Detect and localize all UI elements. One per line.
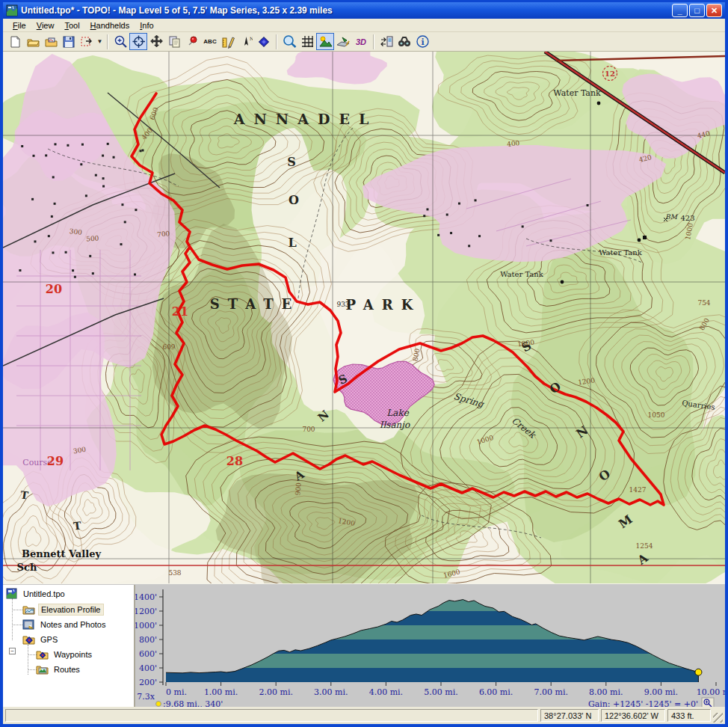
tree-item-label[interactable]: Waypoints: [52, 649, 94, 660]
map-label: 28: [226, 454, 243, 468]
svg-text:9.00 mi.: 9.00 mi.: [644, 687, 678, 697]
find-button[interactable]: [395, 33, 413, 50]
svg-text:5.00 mi.: 5.00 mi.: [424, 687, 457, 697]
pushpin-tool-button[interactable]: [183, 33, 201, 50]
compass-tool-button[interactable]: N: [237, 33, 255, 50]
map-label: 609: [162, 343, 175, 351]
tree-connector: [12, 610, 22, 610]
svg-text:i: i: [421, 37, 424, 47]
svg-text:7.00 mi.: 7.00 mi.: [534, 687, 567, 697]
close-button[interactable]: ✕: [706, 4, 722, 17]
info-button[interactable]: i: [413, 33, 431, 50]
text-tool-button[interactable]: ABC: [201, 33, 219, 50]
zoom-in-tool-button[interactable]: [111, 33, 129, 50]
open-map-button[interactable]: [42, 33, 60, 50]
svg-text:2.00 mi.: 2.00 mi.: [259, 687, 292, 697]
menu-tool[interactable]: Tool: [59, 19, 84, 31]
map-label: 12: [605, 70, 615, 78]
tree-item-label[interactable]: GPS: [38, 634, 60, 645]
topo-map-canvas[interactable]: ANNADELSOLSTATEPARKSNASONOMATTLakeIlsanj…: [3, 52, 725, 583]
svg-text:N: N: [250, 36, 253, 41]
map-label: ANNADEL: [233, 111, 378, 127]
export-view-button[interactable]: [78, 33, 96, 50]
svg-text:1.00 mi.: 1.00 mi.: [204, 687, 238, 697]
terrain-shading-tool-button[interactable]: [316, 33, 334, 50]
map-label: Water Tank: [553, 88, 601, 98]
svg-text:6.00 mi.: 6.00 mi.: [479, 687, 513, 697]
routes-icon: [36, 664, 49, 675]
map-label: BM: [665, 213, 679, 221]
toolbar-separator: [373, 34, 374, 49]
notes-icon: [22, 619, 35, 630]
map-label: 754: [697, 299, 710, 307]
map-label: Water Tank: [599, 248, 643, 257]
grid-tool-button[interactable]: [298, 33, 316, 50]
svg-text:1200': 1200': [135, 607, 157, 616]
resize-grip[interactable]: [713, 713, 723, 723]
map-label: Sch: [17, 562, 37, 573]
toolbar-separator: [276, 34, 277, 49]
tree-item-elevation-profile[interactable]: Elevation Profile: [22, 603, 104, 616]
save-button[interactable]: [60, 33, 78, 50]
elevation-profile-chart[interactable]: 1400'1200'1000'800'600'400'200'0 mi.1.00…: [135, 584, 725, 708]
tree-item-label[interactable]: Notes and Photos: [38, 619, 108, 630]
map-label: 538: [168, 569, 181, 577]
map-label: 300: [69, 227, 82, 236]
menu-handhelds[interactable]: Handhelds: [85, 19, 135, 31]
svg-text:1400': 1400': [135, 592, 157, 602]
project-tree: Untitled.tpo Elevation Profile Notes and…: [3, 585, 135, 708]
copy-view-button[interactable]: [165, 33, 183, 50]
export-dropdown-arrow[interactable]: ▼: [96, 33, 104, 50]
tree-expander-gps[interactable]: −: [9, 648, 16, 654]
tree-root-row[interactable]: Untitled.tpo: [6, 587, 67, 601]
tree-item-notes-photos[interactable]: Notes and Photos: [22, 618, 108, 631]
elevation-profile-icon: [22, 604, 35, 615]
view-3d-button[interactable]: 3D: [352, 33, 370, 50]
menu-view[interactable]: View: [31, 19, 60, 31]
tree-connector: [28, 645, 28, 675]
pan-tool-button[interactable]: [147, 33, 165, 50]
tree-item-label[interactable]: Routes: [52, 664, 82, 675]
map-label: 1254: [636, 542, 653, 550]
svg-text:7.3x: 7.3x: [137, 692, 155, 702]
map-label: 400: [507, 139, 520, 148]
maximize-button[interactable]: □: [689, 4, 705, 17]
svg-text:10.00 mi.: 10.00 mi.: [697, 687, 725, 697]
map-label: Bennett Valley: [22, 548, 101, 559]
status-message-panel: [5, 709, 538, 722]
tree-item-waypoints[interactable]: Waypoints: [36, 648, 94, 661]
tree-root-label[interactable]: Untitled.tpo: [21, 589, 67, 599]
gps-transfer-button[interactable]: [377, 33, 395, 50]
measure-draw-tool-button[interactable]: [219, 33, 237, 50]
map-label: 423: [680, 214, 694, 222]
menu-info[interactable]: Info: [135, 19, 158, 31]
tree-item-routes[interactable]: Routes: [36, 663, 82, 676]
window-title: Untitled.tpo* - TOPO! - Map Level 5 of 5…: [21, 5, 672, 16]
svg-text:4.00 mi.: 4.00 mi.: [369, 687, 403, 697]
svg-text:0 mi.: 0 mi.: [166, 687, 187, 697]
preview-tool-button[interactable]: [280, 33, 298, 50]
tree-item-label[interactable]: Elevation Profile: [38, 604, 104, 616]
bottom-panel: Untitled.tpo Elevation Profile Notes and…: [3, 583, 725, 707]
recenter-tool-button[interactable]: [129, 33, 147, 50]
open-file-button[interactable]: [24, 33, 42, 50]
waypoint-tool-button[interactable]: [255, 33, 273, 50]
svg-text:200': 200': [139, 678, 157, 687]
tree-item-gps[interactable]: GPS: [22, 633, 60, 646]
map-label: L: [288, 236, 296, 250]
map-label: 20: [46, 282, 62, 296]
toolbar-separator: [107, 34, 108, 49]
title-bar[interactable]: Untitled.tpo* - TOPO! - Map Level 5 of 5…: [3, 2, 725, 19]
profile-tool-button[interactable]: [334, 33, 352, 50]
status-latitude: 38°27.033' N: [540, 709, 599, 722]
map-label: 900: [294, 482, 302, 495]
menu-file[interactable]: File: [7, 19, 31, 31]
new-document-button[interactable]: [6, 33, 24, 50]
minimize-button[interactable]: _: [672, 4, 688, 17]
map-label: O: [289, 193, 299, 207]
svg-text:1000': 1000': [135, 621, 157, 631]
menu-bar: File View Tool Handhelds Info: [3, 19, 725, 32]
map-label: Water Tank: [500, 270, 544, 278]
status-elevation: 433 ft.: [667, 709, 711, 722]
app-window: Untitled.tpo* - TOPO! - Map Level 5 of 5…: [0, 0, 728, 727]
